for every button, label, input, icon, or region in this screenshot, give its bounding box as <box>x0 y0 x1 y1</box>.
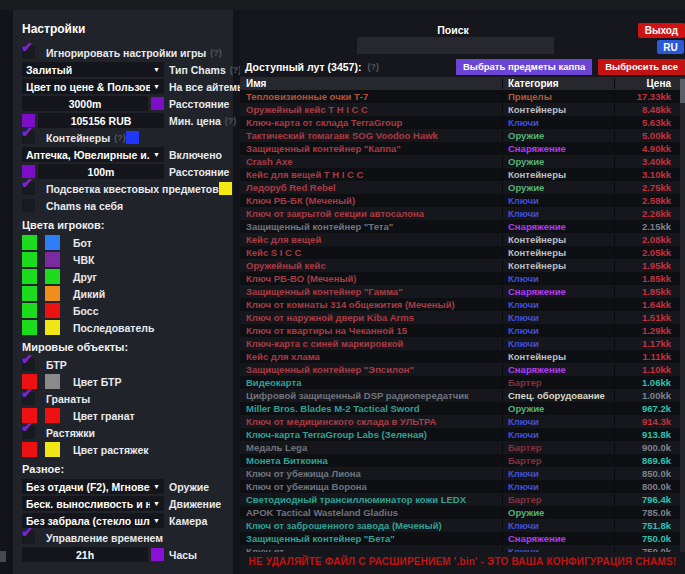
item-category: Ключи <box>502 299 614 310</box>
table-row[interactable]: Ключ от убежища ВоронаКлючи800.0k <box>240 480 680 493</box>
help-icon: (?) <box>114 133 126 143</box>
checkbox[interactable]: ✔ <box>22 392 35 405</box>
select-kappa-items-button[interactable]: Выбрать предметы каппа <box>456 59 592 75</box>
color-swatch[interactable] <box>22 303 37 318</box>
settings-panel-title: Настройки <box>22 22 233 36</box>
checkbox[interactable] <box>22 199 35 212</box>
setting-label: Часы <box>169 549 197 561</box>
table-row[interactable]: Ключ от ...Ключи750.0k <box>240 545 680 552</box>
color-swatch[interactable] <box>45 320 60 335</box>
color-swatch[interactable] <box>219 182 232 195</box>
item-price: 869.6k <box>614 455 680 466</box>
input-group: 21h <box>22 547 164 562</box>
table-row[interactable]: Кейс для вещейКонтейнеры2.08kk <box>240 233 680 246</box>
table-row[interactable]: Ключ от квартиры на Чеканной 15Ключи1.29… <box>240 324 680 337</box>
item-price: 3.40kk <box>614 156 680 167</box>
table-row[interactable]: Защищенный контейнер "Эпсилон"Снаряжение… <box>240 363 680 376</box>
text-input[interactable]: 3000m <box>22 96 148 111</box>
color-swatch[interactable] <box>151 548 164 561</box>
table-row[interactable]: Ключ от комнаты 314 общежития (Меченый)К… <box>240 298 680 311</box>
item-category: Ключи <box>502 312 614 323</box>
table-row[interactable]: Цифровой защищенный DSP радиопередатчикС… <box>240 389 680 402</box>
table-row[interactable]: Miller Bros. Blades M-2 Tactical SwordОр… <box>240 402 680 415</box>
color-swatch[interactable] <box>126 131 139 144</box>
color-swatch[interactable] <box>22 269 37 284</box>
dropdown[interactable]: Залитый▼ <box>22 62 164 77</box>
chevron-down-icon: ▼ <box>153 66 160 73</box>
table-row[interactable]: Ключ от заброшенного завода (Меченый)Клю… <box>240 519 680 532</box>
color-swatch[interactable] <box>45 442 60 457</box>
color-swatch[interactable] <box>22 286 37 301</box>
table-row[interactable]: Ключ-карта от склада TerraGroupКлючи5.63… <box>240 116 680 129</box>
table-row[interactable]: Ключ-карта TerraGroup Labs (Зеленая)Ключ… <box>240 428 680 441</box>
dropdown[interactable]: Беск. выносливость и нет уста▼ <box>22 496 164 511</box>
checkbox[interactable]: ✔ <box>22 131 35 144</box>
color-swatch[interactable] <box>45 303 60 318</box>
check-icon: ✔ <box>21 386 33 400</box>
scrollbar-thumb[interactable] <box>680 79 685 103</box>
color-swatch[interactable] <box>45 269 60 284</box>
text-input[interactable]: 21h <box>22 547 148 562</box>
column-header-name[interactable]: Имя <box>240 78 502 89</box>
table-row[interactable]: Ключ от закрытой секции автосалонаКлючи2… <box>240 207 680 220</box>
check-icon: ✔ <box>21 525 33 539</box>
table-row[interactable]: Ключ-карта с синей маркировкойКлючи1.17k… <box>240 337 680 350</box>
checkbox[interactable]: ✔ <box>22 182 35 195</box>
table-row[interactable]: Ледоруб Red RebelОружие2.75kk <box>240 181 680 194</box>
checkbox[interactable]: ✔ <box>22 531 35 544</box>
color-swatch[interactable] <box>22 320 37 335</box>
color-swatch[interactable] <box>45 235 60 250</box>
table-row[interactable]: Медаль LegaБартер900.0k <box>240 441 680 454</box>
table-row[interactable]: Монета БиткоинаБартер869.6k <box>240 454 680 467</box>
color-swatch[interactable] <box>22 252 37 267</box>
column-header-category[interactable]: Категория <box>502 78 614 89</box>
table-row[interactable]: Защищенный контейнер "Тета"Снаряжение2.1… <box>240 220 680 233</box>
table-row[interactable]: Защищенный контейнер "Бета"Снаряжение750… <box>240 532 680 545</box>
text-input[interactable]: 100m <box>38 164 164 179</box>
table-row[interactable]: Оружейный кейсКонтейнеры1.95kk <box>240 259 680 272</box>
table-row[interactable]: Защищенный контейнер "Каппа"Снаряжение4.… <box>240 142 680 155</box>
checkbox[interactable]: ✔ <box>22 358 35 371</box>
table-row[interactable]: Тактический томагавк SOG Voodoo HawkОруж… <box>240 129 680 142</box>
color-swatch[interactable] <box>45 286 60 301</box>
language-button[interactable]: RU <box>657 40 684 54</box>
checkbox[interactable]: ✔ <box>22 426 35 439</box>
table-row[interactable]: Ключ РБ-ВО (Меченый)Ключи1.85kk <box>240 272 680 285</box>
table-row[interactable]: Кейс для вещей Т Н I С СКонтейнеры3.10kk <box>240 168 680 181</box>
dropdown[interactable]: Аптечка, Ювелирные и...▼ <box>22 147 164 162</box>
item-category: Контейнеры <box>502 234 614 245</box>
table-row[interactable]: Светодиодный трансиллюминатор кожи LEDXБ… <box>240 493 680 506</box>
table-row[interactable]: Кейс для хламаКонтейнеры1.11kk <box>240 350 680 363</box>
table-row[interactable]: Crash AxeОружие3.40kk <box>240 155 680 168</box>
item-price: 4.90kk <box>614 143 680 154</box>
color-swatch[interactable] <box>22 235 37 250</box>
table-row[interactable]: Ключ от медицинского склада в УЛЬТРАКлюч… <box>240 415 680 428</box>
table-row[interactable]: APOK Tactical Wasteland GladiusОружие785… <box>240 506 680 519</box>
dropdown[interactable]: Без отдачи (F2), Мгновенное п▼ <box>22 479 164 494</box>
color-swatch[interactable] <box>151 97 164 110</box>
table-row[interactable]: Ключ от наружной двери Kiba ArmsКлючи1.5… <box>240 311 680 324</box>
color-swatch[interactable] <box>45 374 60 389</box>
checkbox[interactable]: ✔ <box>22 46 35 59</box>
table-row[interactable]: Оружейный кейс Т Н I С СКонтейнеры8.48kk <box>240 103 680 116</box>
color-swatch[interactable] <box>22 442 37 457</box>
table-row[interactable]: Кейс S I C CКонтейнеры2.05kk <box>240 246 680 259</box>
item-name: Ключ-карта TerraGroup Labs (Зеленая) <box>240 429 502 440</box>
dropdown[interactable]: Цвет по цене & Пользователь▼ <box>22 79 164 94</box>
table-row[interactable]: Защищенный контейнер "Гамма"Снаряжение1.… <box>240 285 680 298</box>
item-category: Контейнеры <box>502 104 614 115</box>
table-row[interactable]: Тепловизионные очки Т-7Прицелы17.33kk <box>240 90 680 103</box>
scrollbar[interactable] <box>680 77 685 552</box>
search-input[interactable] <box>357 37 554 54</box>
text-input[interactable]: 105156 RUB <box>38 113 164 128</box>
color-swatch[interactable] <box>45 408 60 423</box>
table-row[interactable]: ВидеокартаБартер1.06kk <box>240 376 680 389</box>
table-row[interactable]: Ключ от убежища ЛионаКлючи850.0k <box>240 467 680 480</box>
exit-button[interactable]: Выход <box>638 23 685 38</box>
dropdown[interactable]: Без забрала (стекло шлема)▼ <box>22 513 164 528</box>
setting-label: На все айтемы <box>169 81 246 93</box>
column-header-price[interactable]: Цена <box>614 78 680 89</box>
drop-all-button[interactable]: Выбросить все <box>598 59 685 75</box>
color-swatch[interactable] <box>45 252 60 267</box>
table-row[interactable]: Ключ РБ-БК (Меченый)Ключи2.58kk <box>240 194 680 207</box>
